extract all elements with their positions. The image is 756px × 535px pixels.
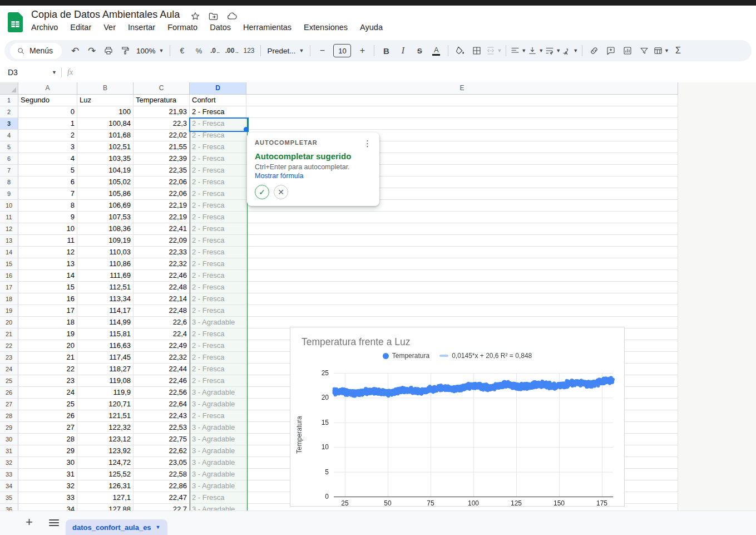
cell[interactable]: 22,3 bbox=[134, 118, 190, 130]
cell[interactable]: 23,05 bbox=[134, 457, 190, 469]
cell[interactable]: 2 - Fresca bbox=[190, 223, 246, 235]
cell[interactable]: 7 bbox=[18, 188, 77, 200]
cell[interactable]: 27 bbox=[18, 422, 77, 434]
cell[interactable]: 104,19 bbox=[77, 165, 134, 176]
decrease-font-size-button[interactable]: − bbox=[314, 43, 330, 58]
cell[interactable]: 29 bbox=[18, 445, 77, 457]
undo-button[interactable]: ↶ bbox=[67, 43, 83, 58]
cell[interactable]: 2 - Fresca bbox=[190, 282, 246, 293]
cell[interactable]: 3 - Agradable bbox=[190, 504, 246, 511]
row-header-5[interactable]: 5 bbox=[0, 141, 18, 153]
cell[interactable] bbox=[246, 282, 678, 293]
cell[interactable]: 103,35 bbox=[77, 153, 134, 165]
row-header-6[interactable]: 6 bbox=[0, 153, 18, 165]
zoom-select[interactable]: 100%▼ bbox=[134, 43, 166, 58]
cell[interactable]: 2 - Fresca bbox=[190, 235, 246, 247]
cell[interactable]: 22,44 bbox=[134, 364, 190, 375]
cell[interactable] bbox=[246, 212, 678, 223]
row-header-22[interactable]: 22 bbox=[0, 340, 18, 352]
cell[interactable]: 22,48 bbox=[134, 305, 190, 317]
cell[interactable]: 9 bbox=[18, 212, 77, 223]
cell[interactable]: 111,69 bbox=[77, 270, 134, 282]
cell[interactable]: 110,03 bbox=[77, 247, 134, 258]
row-header-27[interactable]: 27 bbox=[0, 399, 18, 410]
currency-format-button[interactable]: € bbox=[174, 43, 190, 58]
cell[interactable]: 2 - Fresca bbox=[190, 106, 246, 118]
cell[interactable]: 2 - Fresca bbox=[190, 118, 246, 130]
row-header-7[interactable]: 7 bbox=[0, 165, 18, 176]
row-header-11[interactable]: 11 bbox=[0, 212, 18, 223]
cell[interactable]: 22,02 bbox=[134, 130, 190, 141]
cell[interactable]: 32 bbox=[18, 480, 77, 492]
row-header-28[interactable]: 28 bbox=[0, 410, 18, 422]
cell[interactable]: 119,08 bbox=[77, 375, 134, 387]
row-header-34[interactable]: 34 bbox=[0, 480, 18, 492]
row-header-4[interactable]: 4 bbox=[0, 130, 18, 141]
cell[interactable]: 119,9 bbox=[77, 387, 134, 399]
insert-link-button[interactable] bbox=[586, 43, 602, 58]
format-style-select[interactable]: Predet...▼ bbox=[265, 43, 306, 58]
row-header-32[interactable]: 32 bbox=[0, 457, 18, 469]
cell[interactable]: 22,56 bbox=[134, 387, 190, 399]
column-header-E[interactable]: E bbox=[246, 82, 678, 95]
add-sheet-button[interactable]: + bbox=[26, 516, 33, 528]
cell[interactable]: 1 bbox=[18, 118, 77, 130]
cell[interactable]: 22,46 bbox=[134, 375, 190, 387]
cell[interactable]: 17 bbox=[18, 305, 77, 317]
row-header-10[interactable]: 10 bbox=[0, 200, 18, 212]
star-icon[interactable] bbox=[190, 11, 200, 21]
cell[interactable]: 4 bbox=[18, 153, 77, 165]
cell[interactable]: 105,02 bbox=[77, 176, 134, 188]
cell[interactable] bbox=[246, 247, 678, 258]
cell[interactable]: 22,75 bbox=[134, 434, 190, 445]
horizontal-align-button[interactable]: ▼ bbox=[510, 43, 526, 58]
cell[interactable]: 30 bbox=[18, 457, 77, 469]
cell[interactable] bbox=[246, 305, 678, 317]
menu-ver[interactable]: Ver bbox=[103, 23, 116, 32]
cell[interactable] bbox=[246, 235, 678, 247]
cell[interactable]: 28 bbox=[18, 434, 77, 445]
cell[interactable]: 107,53 bbox=[77, 212, 134, 223]
menu-archivo[interactable]: Archivo bbox=[31, 23, 58, 32]
cell[interactable]: 124,72 bbox=[77, 457, 134, 469]
column-header-D[interactable]: D bbox=[190, 82, 246, 95]
cell[interactable]: 22,19 bbox=[134, 212, 190, 223]
cell[interactable]: 3 - Agradable bbox=[190, 469, 246, 480]
column-header-A[interactable]: A bbox=[18, 82, 77, 95]
cell[interactable]: 22,32 bbox=[134, 258, 190, 270]
menu-datos[interactable]: Datos bbox=[210, 23, 231, 32]
row-header-18[interactable]: 18 bbox=[0, 293, 18, 305]
cell[interactable]: 3 bbox=[18, 141, 77, 153]
print-button[interactable] bbox=[101, 43, 116, 58]
row-header-21[interactable]: 21 bbox=[0, 328, 18, 340]
name-box[interactable]: D3 ▼ bbox=[0, 68, 57, 77]
row-header-29[interactable]: 29 bbox=[0, 422, 18, 434]
cell[interactable] bbox=[246, 106, 678, 118]
cell[interactable]: 2 - Fresca bbox=[190, 270, 246, 282]
cell[interactable]: 108,36 bbox=[77, 223, 134, 235]
cell[interactable]: 3 - Agradable bbox=[190, 399, 246, 410]
cell[interactable]: 22,64 bbox=[134, 399, 190, 410]
row-header-31[interactable]: 31 bbox=[0, 445, 18, 457]
cell[interactable]: 117,45 bbox=[77, 352, 134, 364]
cell[interactable]: 22,06 bbox=[134, 188, 190, 200]
cell[interactable]: 10 bbox=[18, 223, 77, 235]
embedded-chart[interactable]: Temperatura frente a Luz Temperatura 0,0… bbox=[290, 327, 625, 507]
cell[interactable]: 2 - Fresca bbox=[190, 340, 246, 352]
show-formula-link[interactable]: Mostrar fórmula bbox=[255, 172, 372, 180]
cell[interactable]: 3 - Agradable bbox=[190, 434, 246, 445]
cell[interactable]: 22,06 bbox=[134, 176, 190, 188]
cell[interactable]: 2 - Fresca bbox=[190, 165, 246, 176]
row-header-12[interactable]: 12 bbox=[0, 223, 18, 235]
cell[interactable]: 34 bbox=[18, 504, 77, 511]
cell[interactable]: 31 bbox=[18, 469, 77, 480]
cell[interactable]: 22,19 bbox=[134, 200, 190, 212]
cell[interactable]: 8 bbox=[18, 200, 77, 212]
cell[interactable]: 109,19 bbox=[77, 235, 134, 247]
cell[interactable]: Confort bbox=[190, 95, 246, 106]
cell[interactable]: 3 - Agradable bbox=[190, 317, 246, 328]
redo-button[interactable]: ↷ bbox=[84, 43, 100, 58]
row-header-8[interactable]: 8 bbox=[0, 176, 18, 188]
cell[interactable]: 3 - Agradable bbox=[190, 480, 246, 492]
cell[interactable]: 2 - Fresca bbox=[190, 176, 246, 188]
